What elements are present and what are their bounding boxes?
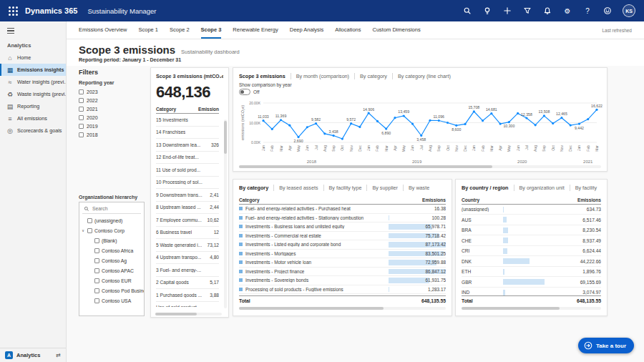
org-tree-item[interactable]: Contoso Africa [79, 245, 144, 255]
area-switcher[interactable]: A Analytics ⇄ [0, 348, 66, 362]
comparison-toggle[interactable] [239, 89, 250, 95]
viz-tab-by-category[interactable]: By category [239, 185, 273, 191]
viz-tab-by-month-comparison[interactable]: By month (comparison) [291, 73, 354, 79]
data-bar-zone [503, 290, 545, 295]
emission-cell: 326 [211, 142, 219, 147]
hamburger-menu-icon[interactable] [0, 21, 66, 39]
checkbox-icon[interactable] [79, 132, 84, 137]
app-launcher-icon[interactable] [9, 6, 18, 16]
add-icon[interactable] [502, 6, 512, 16]
org-tree-item[interactable]: Contoso Ag [79, 255, 144, 265]
year-filter-option[interactable]: 2021 [79, 104, 145, 113]
viz-tab-by-category[interactable]: By category [354, 73, 392, 79]
country-table-row: CRI 6,624.44 [462, 246, 601, 257]
year-filter-option[interactable]: 2022 [79, 96, 145, 104]
help-icon[interactable]: ? [582, 6, 592, 16]
sidebar-item-reporting[interactable]: ▤Reporting [0, 100, 66, 112]
filter-icon[interactable] [522, 6, 532, 16]
horizontal-scrollbar[interactable] [462, 307, 601, 310]
year-filter-option[interactable]: 2019 [79, 122, 145, 130]
lightbulb-icon[interactable] [482, 6, 492, 16]
org-tree-item[interactable]: (unassigned) [79, 215, 144, 225]
org-search[interactable] [82, 204, 141, 214]
kpi-table-row: 11 Use of sold prod... [156, 164, 219, 177]
viz-tab-by-waste[interactable]: By waste [403, 185, 434, 191]
search-input[interactable] [92, 206, 140, 211]
viz-tab-by-leased-assets[interactable]: By leased assets [273, 185, 323, 191]
checkbox-icon[interactable] [94, 278, 99, 283]
horizontal-scrollbar[interactable] [155, 313, 222, 315]
checkbox-icon[interactable] [94, 298, 99, 303]
user-avatar[interactable]: KS [623, 4, 635, 17]
svg-text:14,906: 14,906 [363, 107, 374, 112]
viz-tab-by-supplier[interactable]: By supplier [366, 185, 403, 191]
take-a-tour-button[interactable]: Take a tour [578, 338, 634, 353]
emission-cell: 73,12 [207, 243, 219, 248]
tab-scope-2[interactable]: Scope 2 [170, 21, 190, 39]
viz-tab-by-organization-unit[interactable]: By organization unit [514, 185, 570, 191]
sidebar-item-emissions-insights[interactable]: ▦Emissions insights [0, 64, 66, 76]
emissions-cell: 16.38 [389, 205, 446, 213]
year-label: 2020 [87, 115, 98, 120]
feedback-smiley-icon[interactable] [602, 6, 613, 16]
sidebar-item-home[interactable]: ⌂Home [0, 52, 66, 64]
last-refreshed-label: Last refreshed [602, 28, 632, 33]
tab-allocations[interactable]: Allocations [335, 21, 361, 39]
org-tree-item[interactable]: (Blank) [79, 235, 144, 245]
horizontal-scrollbar[interactable] [239, 307, 446, 310]
org-tree-item[interactable]: ∨ Contoso Corp [79, 225, 144, 235]
year-filter-option[interactable]: 2020 [79, 113, 145, 122]
emission-cell: 12 [214, 230, 219, 235]
sidebar-item-scorecards-goals[interactable]: ◎Scorecards & goals [0, 124, 66, 137]
checkbox-icon[interactable] [87, 218, 92, 223]
tab-custom-dimensions[interactable]: Custom Dimensions [373, 21, 421, 39]
year-filter-list: 2023 2022 2021 [79, 87, 145, 139]
expand-caret-icon[interactable]: ∨ [81, 228, 85, 233]
data-bar [503, 228, 508, 233]
tab-scope-3[interactable]: Scope 3 [201, 21, 222, 39]
tab-renewable-energy[interactable]: Renewable Energy [233, 21, 278, 39]
sidebar-item-label: Emissions insights [17, 67, 64, 73]
gear-icon[interactable]: ⚙ [562, 6, 572, 16]
country-table-row: IND 3,074.97 [462, 288, 601, 295]
sidebar-item-all-emissions[interactable]: ≡All emissions [0, 112, 66, 124]
org-tree-item[interactable]: Contoso EUR [79, 275, 144, 285]
category-cell: 5 Waste generated i... [156, 243, 202, 248]
org-tree-item[interactable]: Contoso Pod Business [79, 285, 144, 295]
chart-horizontal-scrollbar[interactable] [239, 165, 601, 168]
viz-tab-by-facility-type[interactable]: By facility type [323, 185, 367, 191]
tab-emissions-overview[interactable]: Emissions Overview [79, 21, 127, 39]
viz-tab-by-facility[interactable]: By facility [570, 185, 601, 191]
viz-tab-by-country-region[interactable]: By country / region [462, 185, 514, 191]
viz-tab-by-category-line[interactable]: By category (line chart) [392, 73, 456, 79]
checkbox-icon[interactable] [79, 115, 84, 120]
org-tree-item[interactable]: Contoso USA [79, 295, 144, 305]
vertical-scrollbar[interactable] [224, 119, 227, 308]
year-filter-option[interactable]: 2023 [79, 87, 145, 96]
country-cell: (unassigned) [462, 207, 503, 212]
year-filter-option[interactable]: 2018 [79, 130, 145, 139]
org-tree-item[interactable]: Contoso APAC [79, 265, 144, 275]
checkbox-icon[interactable] [79, 89, 84, 94]
search-icon[interactable] [462, 6, 472, 16]
viz-tab-scope3-emissions[interactable]: Scope 3 emissions [239, 73, 291, 79]
switch-area-icon[interactable]: ⇄ [56, 352, 61, 358]
checkbox-icon[interactable] [94, 258, 99, 263]
checkbox-icon[interactable] [79, 98, 84, 103]
checkbox-icon[interactable] [94, 268, 99, 273]
checkbox-icon[interactable] [79, 124, 84, 129]
bell-icon[interactable] [542, 6, 552, 16]
checkbox-icon[interactable] [94, 238, 99, 243]
tab-deep-analysis[interactable]: Deep Analysis [290, 21, 324, 39]
sidebar-item-water-insights[interactable]: ≈Water insights (previ... [0, 76, 66, 88]
checkbox-icon[interactable] [79, 107, 84, 112]
kpi-table-row: 3 Fuel- and energy-... [156, 264, 219, 277]
checkbox-icon[interactable] [87, 228, 92, 233]
brand-title[interactable]: Dynamics 365 [25, 6, 77, 15]
checkbox-icon[interactable] [94, 288, 99, 293]
org-tree-label: Contoso APAC [102, 268, 134, 273]
svg-text:Sep: Sep [542, 145, 546, 152]
tab-scope-1[interactable]: Scope 1 [139, 21, 159, 39]
checkbox-icon[interactable] [94, 248, 99, 253]
sidebar-item-waste-insights[interactable]: ♻Waste insights (previ... [0, 88, 66, 100]
